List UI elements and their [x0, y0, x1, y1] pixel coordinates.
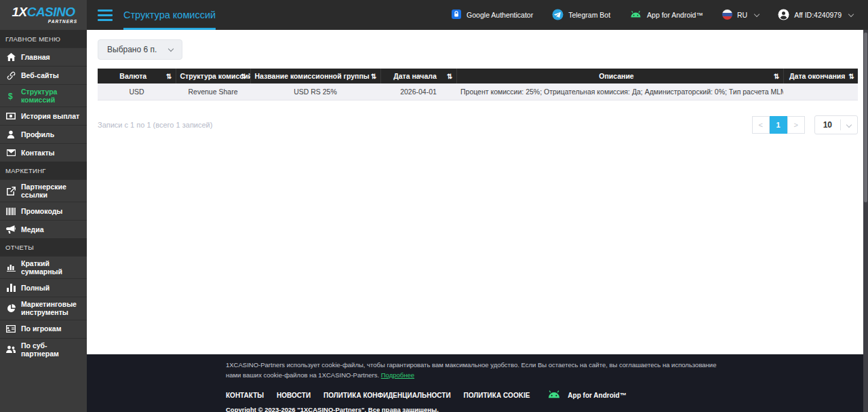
column-header-end-date[interactable]: Дата окончания⇅	[783, 69, 858, 83]
column-label: Структура комиссий	[180, 72, 251, 80]
page-size-value: 10	[815, 120, 840, 130]
sidebar-item-report-by-players[interactable]: По игрокам	[0, 320, 87, 338]
main-content: Выбрано 6 п. Валюта⇅ Структура комиссий⇅…	[87, 30, 868, 354]
sidebar-item-promo-codes[interactable]: Промокоды	[0, 202, 87, 220]
table-header-row: Валюта⇅ Структура комиссий⇅ Название ком…	[98, 69, 858, 83]
barcode-icon	[6, 208, 16, 215]
column-label: Дата начала	[393, 72, 437, 80]
divider	[840, 119, 841, 130]
sidebar-item-label: По игрокам	[21, 324, 61, 333]
android-icon	[629, 10, 642, 20]
dollar-icon: $	[6, 92, 16, 100]
footer-link-news[interactable]: НОВОСТИ	[277, 392, 311, 399]
logo-part-1x: 1X	[12, 5, 26, 19]
chevron-down-icon	[168, 45, 174, 51]
column-header-start-date[interactable]: Дата начала⇅	[380, 69, 456, 83]
sidebar-item-label: Медиа	[21, 225, 44, 233]
link-icon	[6, 71, 16, 80]
column-label: Валюта	[119, 72, 146, 80]
language-label: RU	[737, 11, 747, 19]
pie-chart-icon	[6, 304, 16, 313]
footer-link-cookie-policy[interactable]: ПОЛИТИКА COOKIE	[464, 392, 530, 399]
vertical-scrollbar[interactable]	[863, 30, 868, 412]
sidebar-item-label: По суб-партнерам	[21, 341, 83, 358]
profile-icon	[6, 130, 16, 138]
column-header-group-name[interactable]: Название комиссионной группы⇅	[250, 69, 380, 83]
columns-filter-dropdown[interactable]: Выбрано 6 п.	[98, 39, 182, 60]
sidebar-item-label: Главная	[21, 53, 50, 61]
sidebar-item-label: История выплат	[21, 112, 79, 120]
megaphone-icon	[6, 225, 16, 233]
flag-ru-icon	[722, 10, 732, 21]
sidebar-item-report-by-subpartners[interactable]: По суб-партнерам	[0, 338, 87, 360]
scrollbar-thumb[interactable]	[864, 33, 867, 202]
telegram-icon	[552, 9, 564, 22]
sort-icon[interactable]: ⇅	[774, 73, 779, 80]
sidebar-item-commission-structure[interactable]: $ Структура комиссий	[0, 84, 87, 107]
cookie-notice: 1XCASINO-Partners использует cookie-файл…	[226, 360, 729, 380]
pagination-next-button[interactable]: >	[787, 116, 805, 134]
menu-toggle-icon[interactable]	[98, 10, 113, 21]
account-menu[interactable]: Aff ID:4240979	[778, 9, 853, 22]
footer-link-contacts[interactable]: КОНТАКТЫ	[226, 392, 264, 399]
app-for-android-button[interactable]: App for Android™	[629, 10, 703, 20]
svg-text:$: $	[8, 92, 13, 100]
footer-link-privacy-policy[interactable]: ПОЛИТИКА КОНФИДЕНЦИАЛЬНОСТИ	[323, 392, 450, 399]
sidebar: ГЛАВНОЕ МЕНЮ Главная Веб-сайты $ Структу…	[0, 30, 87, 412]
sidebar-item-websites[interactable]: Веб-сайты	[0, 66, 87, 84]
external-link-icon	[6, 187, 16, 195]
sidebar-item-home[interactable]: Главная	[0, 48, 87, 66]
pagination-prev-button[interactable]: <	[752, 116, 770, 134]
logo-partners-label: PARTNERS	[48, 20, 77, 24]
column-label: Дата окончания	[789, 72, 845, 80]
sidebar-item-report-full[interactable]: Полный	[0, 278, 87, 297]
column-header-currency[interactable]: Валюта⇅	[98, 69, 176, 83]
sidebar-item-contacts[interactable]: Контакты	[0, 143, 87, 162]
cell-start-date: 2026-04-01	[380, 83, 456, 100]
sidebar-section-reports: ОТЧЕТЫ	[0, 238, 87, 256]
sidebar-item-marketing-tools[interactable]: Маркетинговые инструменты	[0, 297, 87, 319]
cell-group-name: USD RS 25%	[250, 83, 380, 100]
table-row[interactable]: USD Revenue Share USD RS 25% 2026-04-01 …	[98, 83, 858, 100]
sidebar-item-label: Контакты	[21, 149, 55, 157]
records-info: Записи с 1 по 1 (всего 1 записей)	[98, 121, 212, 129]
cookie-text: 1XCASINO-Partners использует cookie-файл…	[226, 361, 716, 379]
sort-icon[interactable]: ⇅	[371, 73, 376, 80]
google-authenticator-label: Google Authenticator	[467, 11, 533, 19]
google-authenticator-button[interactable]: Google Authenticator	[451, 9, 533, 21]
sidebar-item-label: Полный	[21, 284, 50, 292]
language-selector[interactable]: RU	[722, 10, 759, 21]
chevron-down-icon	[848, 11, 854, 16]
column-header-commission-structure[interactable]: Структура комиссий⇅	[176, 69, 250, 83]
column-header-description[interactable]: Описание⇅	[456, 69, 783, 83]
telegram-bot-button[interactable]: Telegram Bot	[552, 9, 610, 22]
chevron-down-icon	[754, 11, 760, 16]
cell-currency: USD	[98, 83, 176, 100]
sort-icon[interactable]: ⇅	[849, 73, 854, 80]
column-label: Название комиссионной группы	[255, 72, 370, 80]
app-for-android-label: App for Android™	[647, 11, 703, 19]
sidebar-item-payout-history[interactable]: История выплат	[0, 107, 87, 125]
columns-filter-label: Выбрано 6 п.	[107, 45, 157, 54]
mail-icon	[6, 149, 16, 156]
sort-icon[interactable]: ⇅	[166, 73, 172, 80]
sidebar-item-label: Промокоды	[21, 207, 62, 215]
sidebar-item-report-brief[interactable]: Краткий суммарный	[0, 256, 87, 278]
sidebar-item-profile[interactable]: Профиль	[0, 125, 87, 143]
sidebar-item-media[interactable]: Медиа	[0, 220, 87, 238]
pagination-page-1-button[interactable]: 1	[770, 116, 787, 134]
commission-table: Валюта⇅ Структура комиссий⇅ Название ком…	[98, 69, 858, 100]
sidebar-item-partner-links[interactable]: Партнерские ссылки	[0, 179, 87, 202]
cookie-details-link[interactable]: Подробнее	[381, 371, 414, 379]
sort-icon[interactable]: ⇅	[447, 73, 452, 80]
bar-chart-line-icon	[6, 263, 16, 271]
page-title: Структура комиссий	[123, 0, 216, 30]
page-size-select[interactable]: 10	[814, 115, 858, 134]
header-actions: Google Authenticator Telegram Bot App fo…	[451, 0, 868, 30]
sort-icon[interactable]: ⇅	[241, 73, 246, 80]
cell-description: Процент комиссии: 25%; Отрицательная ком…	[456, 83, 783, 100]
logo[interactable]: 1XCASINO PARTNERS	[0, 0, 87, 30]
sidebar-section-main-menu: ГЛАВНОЕ МЕНЮ	[0, 30, 87, 48]
footer-android-app[interactable]: App for Android™	[547, 390, 626, 400]
footer-links: КОНТАКТЫ НОВОСТИ ПОЛИТИКА КОНФИДЕНЦИАЛЬН…	[226, 390, 729, 400]
